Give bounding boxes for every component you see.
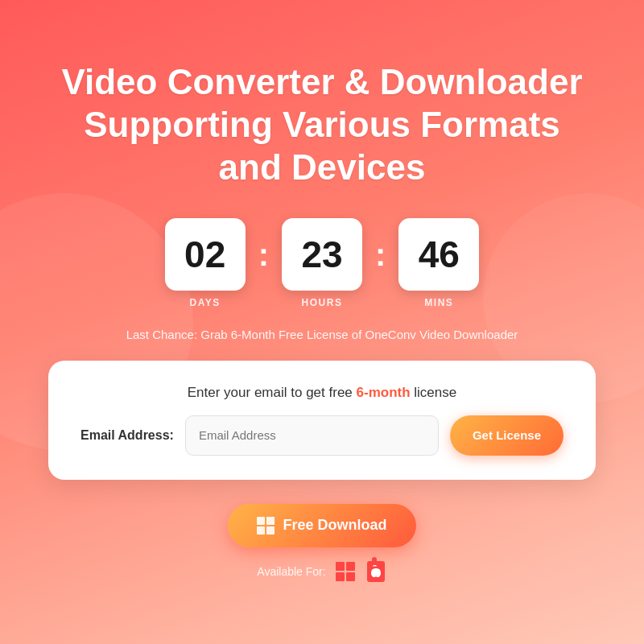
windows-platform-icon: [334, 560, 357, 583]
prompt-prefix: Enter your email to get free: [188, 385, 357, 400]
mins-value: 46: [398, 218, 479, 291]
countdown-mins: 46 MINS: [398, 218, 479, 308]
prompt-suffix: license: [411, 385, 457, 400]
countdown-days: 02 DAYS: [165, 218, 246, 308]
days-label: DAYS: [190, 297, 221, 308]
hours-label: HOURS: [302, 297, 343, 308]
countdown-wrapper: 02 DAYS : 23 HOURS : 46 MINS: [165, 218, 480, 308]
days-value: 02: [165, 218, 246, 291]
prompt-highlight: 6-month: [357, 385, 411, 400]
mins-label: MINS: [424, 297, 453, 308]
email-input[interactable]: [185, 415, 439, 456]
page-title: Video Converter & Downloader Supporting …: [48, 61, 596, 188]
hours-value: 23: [282, 218, 362, 291]
page-container: Video Converter & Downloader Supporting …: [0, 0, 644, 644]
last-chance-text: Last Chance: Grab 6-Month Free License o…: [126, 328, 518, 341]
email-label: Email Address:: [80, 428, 174, 443]
mac-platform-icon: [365, 560, 387, 583]
email-card: Enter your email to get free 6-month lic…: [48, 361, 596, 480]
available-row: Available For:: [257, 560, 386, 583]
countdown-hours: 23 HOURS: [282, 218, 362, 308]
free-download-button[interactable]: Free Download: [228, 504, 415, 547]
email-prompt: Enter your email to get free 6-month lic…: [188, 385, 456, 401]
free-download-label: Free Download: [283, 517, 386, 534]
colon-2: :: [375, 237, 386, 273]
windows-btn-icon: [257, 517, 275, 535]
available-label: Available For:: [257, 565, 325, 578]
email-input-row: Email Address: Get License: [80, 415, 564, 456]
colon-1: :: [258, 237, 269, 273]
get-license-button[interactable]: Get License: [450, 415, 564, 456]
